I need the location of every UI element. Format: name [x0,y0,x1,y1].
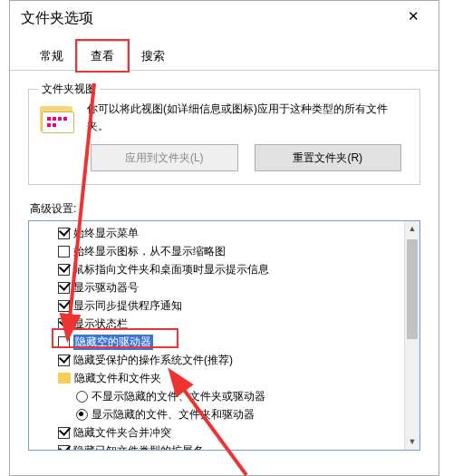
checkbox[interactable] [58,355,70,366]
tree-item[interactable]: 鼠标指向文件夹和桌面项时显示提示信息 [31,260,419,278]
tree-item-label: 鼠标指向文件夹和桌面项时显示提示信息 [73,262,269,277]
radio[interactable] [76,391,88,403]
advanced-settings-label: 高级设置: [30,201,420,217]
tree-item[interactable]: 始终显示菜单 [31,224,419,242]
tab-general[interactable]: 常规 [26,41,77,70]
checkbox[interactable] [58,336,70,348]
tree-item-label: 显示驱动器号 [73,280,139,296]
checkbox[interactable] [58,228,70,239]
tab-strip: 常规 查看 搜索 [10,41,439,71]
titlebar: 文件夹选项 ✕ [10,1,439,35]
scroll-down-button[interactable]: ▼ [405,434,419,450]
tree-item[interactable]: 隐藏已知文件类型的扩展名 [31,442,419,451]
tab-content: 文件夹视图 你可以将此视图(如详细信息或图标)应用于这种类型的所有文件夹。 应用… [10,71,439,463]
tree-item-label: 始终显示菜单 [73,226,139,241]
checkbox[interactable] [58,282,70,294]
checkbox[interactable] [58,264,70,276]
folder-views-description: 你可以将此视图(如详细信息或图标)应用于这种类型的所有文件夹。 [87,99,409,135]
tree-item-label: 隐藏空的驱动器 [73,335,153,350]
advanced-settings-tree[interactable]: 始终显示菜单始终显示图标，从不显示缩略图鼠标指向文件夹和桌面项时显示提示信息显示… [28,220,420,451]
tree-item[interactable]: 显示状态栏 [31,315,419,333]
checkbox[interactable] [58,318,70,330]
tree-item-label: 隐藏受保护的操作系统文件(推荐) [73,353,233,368]
tab-search[interactable]: 搜索 [128,41,178,70]
folder-icon [58,373,71,384]
tab-view[interactable]: 查看 [77,41,128,71]
radio[interactable] [76,409,88,421]
checkbox[interactable] [58,246,70,257]
tree-item[interactable]: 始终显示图标，从不显示缩略图 [31,242,419,260]
folder-views-group: 文件夹视图 你可以将此视图(如详细信息或图标)应用于这种类型的所有文件夹。 应用… [28,89,420,185]
scroll-up-button[interactable]: ▲ [405,221,419,237]
tree-item[interactable]: 显示驱动器号 [31,278,419,296]
tree-item[interactable]: 隐藏文件夹合并冲突 [31,423,419,442]
tree-item[interactable]: 显示同步提供程序通知 [31,296,419,315]
tree-item-label: 隐藏文件夹合并冲突 [73,425,171,441]
tree-item-label: 显示同步提供程序通知 [73,298,182,314]
tree-item[interactable]: 显示隐藏的文件、文件夹和驱动器 [31,405,419,423]
apply-to-folders-button[interactable]: 应用到文件夹(L) [91,144,238,171]
tree-item[interactable]: 隐藏受保护的操作系统文件(推荐) [31,351,419,369]
dialog-title: 文件夹选项 [21,9,93,28]
tree-item[interactable]: 隐藏文件和文件夹 [31,369,419,387]
checkbox[interactable] [58,445,70,452]
tree-item-label: 隐藏文件和文件夹 [74,371,161,386]
tree-item[interactable]: 隐藏空的驱动器 [31,333,419,351]
tree-item-label: 不显示隐藏的文件、文件夹或驱动器 [92,389,265,404]
folder-views-legend: 文件夹视图 [38,82,100,97]
tree-item[interactable]: 不显示隐藏的文件、文件夹或驱动器 [31,387,419,405]
folder-preview-icon [40,102,76,135]
tree-item-label: 显示状态栏 [73,316,128,332]
tree-scrollbar[interactable]: ▲ ▼ [404,221,419,450]
reset-folders-button[interactable]: 重置文件夹(R) [255,144,402,171]
close-button[interactable]: ✕ [395,8,431,28]
tree-item-label: 显示隐藏的文件、文件夹和驱动器 [92,407,255,423]
tree-item-label: 始终显示图标，从不显示缩略图 [73,244,226,259]
tree-item-label: 隐藏已知文件类型的扩展名 [73,443,204,452]
checkbox[interactable] [58,300,70,312]
checkbox[interactable] [58,427,70,439]
scroll-thumb[interactable] [407,239,418,339]
folder-options-dialog: 文件夹选项 ✕ 常规 查看 搜索 文件夹视图 你可以将此视图(如详细信息或图标)… [9,0,439,476]
